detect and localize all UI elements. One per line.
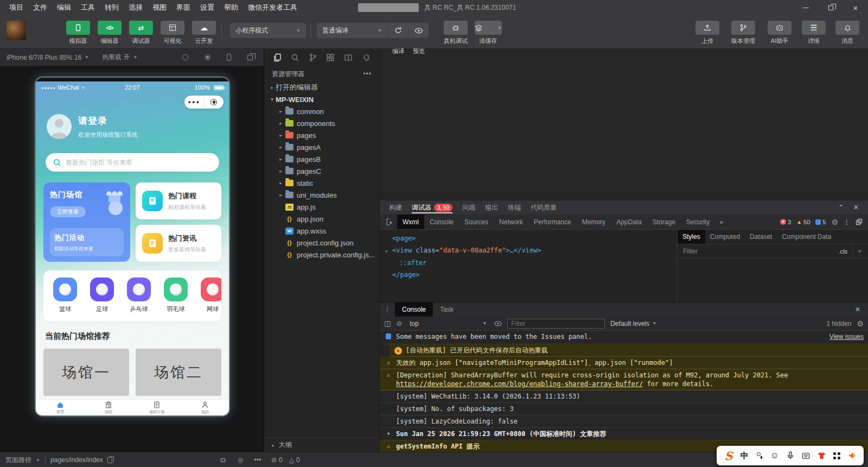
tab-task[interactable]: Task xyxy=(433,302,461,317)
debugger-toggle-button[interactable]: ⇄ xyxy=(129,21,153,35)
devtools-tab[interactable]: Network xyxy=(494,214,528,229)
tree-item[interactable]: pagesC xyxy=(264,165,379,177)
hot-reload-selector[interactable]: 热重载 开 ▼ xyxy=(102,53,137,62)
tree-item[interactable]: pagesB xyxy=(264,153,379,165)
view-issues-link[interactable]: View issues xyxy=(829,332,864,341)
ime-apps-grid-icon[interactable] xyxy=(833,452,840,459)
device-frame-icon[interactable] xyxy=(227,54,231,61)
devtools-tab[interactable]: Performance xyxy=(528,214,577,229)
capsule-button[interactable]: ●●● xyxy=(184,96,224,109)
announcement-icon[interactable] xyxy=(848,452,856,459)
menu-item[interactable]: 工具 xyxy=(76,3,100,12)
close-button[interactable]: × xyxy=(843,0,868,15)
keyboard-icon[interactable] xyxy=(802,452,810,459)
devtools-tab[interactable]: Sources xyxy=(459,214,494,229)
panel-tab[interactable]: 输出 xyxy=(480,200,503,214)
activity-promo[interactable]: 热门活动 精彩活动等你来看 xyxy=(50,228,124,256)
styles-tab[interactable]: Computed xyxy=(705,230,745,244)
page-path-label[interactable]: 页面路径 xyxy=(5,456,31,465)
more-actions-icon[interactable]: ••• xyxy=(363,70,372,78)
watch-icon[interactable]: ◎ xyxy=(238,456,243,464)
view-now-button[interactable]: 立即查看 xyxy=(50,206,86,217)
drag-handle-icon[interactable]: ⋮ xyxy=(380,306,395,313)
panel-tab[interactable]: 调试器 3, 50 xyxy=(407,200,457,214)
simulator-toggle-button[interactable] xyxy=(66,21,90,35)
collapse-panel-icon[interactable]: ⌃ xyxy=(833,204,848,211)
styles-tab[interactable]: Dataset xyxy=(745,230,777,244)
user-login-row[interactable]: 请登录 欢迎使用场馆预订系统 xyxy=(47,114,218,139)
tab-home[interactable]: 首页 xyxy=(36,400,84,415)
device-selector[interactable]: iPhone 6/7/8 Plus 85% 16 xyxy=(7,54,81,61)
devtools-tab[interactable]: AppData xyxy=(611,214,647,229)
phone-avatar[interactable] xyxy=(47,114,72,139)
cloud-dev-button[interactable]: ☁ xyxy=(192,21,216,35)
more-icon[interactable]: ••• xyxy=(254,456,261,464)
tree-item[interactable]: app.wxss xyxy=(264,225,379,237)
rotate-icon[interactable] xyxy=(182,54,188,60)
source-control-icon[interactable] xyxy=(309,53,317,62)
panel-tab[interactable]: 问题 xyxy=(457,200,480,214)
menu-item[interactable]: 微信开发者工具 xyxy=(243,3,302,12)
tree-item[interactable]: common xyxy=(264,105,379,117)
tree-item[interactable]: project.config.json xyxy=(264,237,379,249)
files-icon[interactable] xyxy=(273,53,282,62)
course-card[interactable]: 热门课程 精彩课程等你看 xyxy=(136,182,221,219)
clear-cache-button[interactable]: ▼ xyxy=(475,21,502,35)
warning-badge[interactable]: ▲50 xyxy=(796,219,810,225)
devtools-tab[interactable]: Console xyxy=(424,214,459,229)
more-tabs-icon[interactable]: » xyxy=(715,218,727,226)
message-link[interactable]: https://developer.chrome.com/blog/enabli… xyxy=(396,380,643,388)
project-root-row[interactable]: ▾ MP-WEIXIN xyxy=(264,93,379,105)
tree-item[interactable]: components xyxy=(264,117,379,129)
expand-caret-icon[interactable]: ▸ xyxy=(385,245,392,257)
sogou-logo-icon[interactable]: S xyxy=(724,449,732,463)
sport-category[interactable]: 网球 xyxy=(197,277,221,317)
styles-tab[interactable]: Styles xyxy=(678,230,705,244)
venue-card[interactable]: 场馆一 xyxy=(43,349,129,396)
console-settings-icon[interactable]: ⚙ xyxy=(857,319,864,328)
venue-promo-card[interactable]: 热门场馆 立即查看 热门活动 精彩活动等你来看 xyxy=(43,182,130,262)
sport-category[interactable]: 足球 xyxy=(87,277,117,317)
error-badge[interactable]: ✕3 xyxy=(780,219,791,225)
skin-icon[interactable] xyxy=(818,452,826,459)
tab-console[interactable]: Console xyxy=(395,302,433,317)
menu-item[interactable]: 设置 xyxy=(195,3,219,12)
tree-item[interactable]: app.js xyxy=(264,201,379,213)
split-layout-icon[interactable] xyxy=(344,53,353,62)
live-expression-icon[interactable] xyxy=(494,321,502,326)
panel-tab[interactable]: 代码质量 xyxy=(526,200,561,214)
details-button[interactable]: ☰ xyxy=(802,21,826,35)
menu-item[interactable]: 转到 xyxy=(100,3,124,12)
inspect-element-icon[interactable] xyxy=(382,218,397,226)
problem-counts[interactable]: ⊘0 △0 xyxy=(271,452,300,467)
tab-orders[interactable]: 场馆订单 xyxy=(132,400,181,415)
menu-item[interactable]: 项目 xyxy=(4,3,28,12)
extensions-icon[interactable] xyxy=(326,53,335,62)
more-options-icon[interactable]: ⋮ xyxy=(844,218,850,226)
new-style-rule-icon[interactable]: + xyxy=(853,244,866,258)
search-icon[interactable] xyxy=(291,53,299,62)
context-selector[interactable]: top ▼ xyxy=(407,320,489,327)
restore-button[interactable] xyxy=(818,0,843,15)
tree-item[interactable]: project.private.config.js... xyxy=(264,249,379,261)
multi-window-icon[interactable] xyxy=(247,55,253,60)
ai-assistant-button[interactable] xyxy=(768,21,792,35)
menu-item[interactable]: 选择 xyxy=(124,3,148,12)
search-bar[interactable]: 最新热门场馆,等你来看 xyxy=(46,153,219,172)
close-console-icon[interactable]: ✕ xyxy=(847,306,868,313)
menu-item[interactable]: 文件 xyxy=(28,3,52,12)
console-filter-input[interactable] xyxy=(507,319,605,329)
minimize-button[interactable] xyxy=(793,0,818,15)
tab-venues[interactable]: 场馆 xyxy=(84,400,132,415)
cls-toggle-button[interactable]: .cls xyxy=(838,248,847,255)
menu-item[interactable]: 视图 xyxy=(148,3,171,12)
log-levels-selector[interactable]: Default levels ▼ xyxy=(610,320,656,327)
copy-path-icon[interactable] xyxy=(107,457,112,463)
editor-toggle-button[interactable]: </> xyxy=(98,21,122,35)
news-card[interactable]: 热门资讯 更多新闻等你看 xyxy=(136,225,221,262)
styles-tab[interactable]: Component Data xyxy=(777,230,836,244)
close-panel-icon[interactable]: ✕ xyxy=(848,204,864,211)
sport-category[interactable]: 乒乓球 xyxy=(124,277,154,317)
info-badge[interactable]: 5 xyxy=(815,219,826,225)
stop-record-icon[interactable] xyxy=(205,54,210,60)
